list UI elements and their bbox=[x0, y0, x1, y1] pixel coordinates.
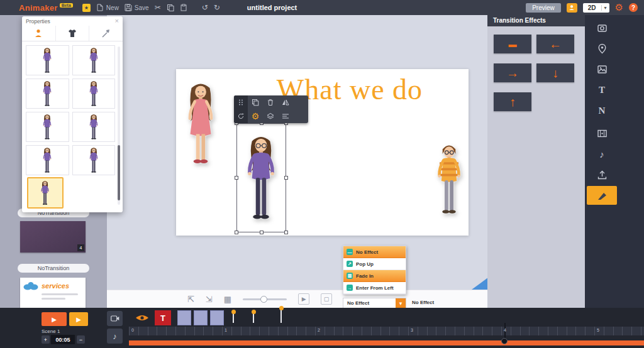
decrease-duration-button[interactable]: − bbox=[77, 335, 85, 344]
upgrade-icon[interactable]: ★ bbox=[82, 4, 91, 12]
image-icon[interactable] bbox=[587, 60, 617, 79]
flip-horizontal-icon[interactable] bbox=[278, 95, 293, 109]
video-clip-icon[interactable] bbox=[587, 124, 617, 143]
transition-left-button[interactable]: ← bbox=[536, 35, 574, 53]
pose-thumbnail[interactable] bbox=[72, 112, 116, 142]
number-tool-icon[interactable]: N bbox=[587, 102, 617, 120]
help-button[interactable]: ? bbox=[629, 3, 638, 12]
timeline-progress-bar[interactable] bbox=[129, 340, 644, 345]
visibility-eye-icon[interactable] bbox=[135, 313, 149, 322]
enter-effect-select[interactable]: No Effect ▾ bbox=[343, 298, 406, 308]
ruler-number: 5 bbox=[597, 328, 599, 332]
paste-icon[interactable] bbox=[180, 4, 187, 11]
increase-duration-button[interactable]: + bbox=[42, 335, 50, 344]
copy-object-icon[interactable] bbox=[248, 95, 263, 109]
transition-down-button[interactable]: ↓ bbox=[536, 63, 574, 82]
resize-handle[interactable] bbox=[235, 176, 238, 180]
tab-outfit[interactable] bbox=[55, 26, 89, 41]
grid-toggle-icon[interactable]: ▦ bbox=[224, 295, 231, 304]
pose-thumbnail[interactable] bbox=[72, 45, 116, 75]
pose-thumbnail[interactable] bbox=[72, 145, 116, 175]
mode-select[interactable]: 2D ▾ bbox=[583, 3, 609, 13]
timeline-asset-thumb[interactable] bbox=[210, 310, 224, 325]
resize-handle[interactable] bbox=[284, 231, 288, 234]
camera-icon[interactable] bbox=[587, 19, 617, 37]
transition-label[interactable]: NoTransition bbox=[18, 264, 89, 273]
playhead-knob[interactable] bbox=[501, 338, 508, 344]
timeline-marker-pin[interactable] bbox=[233, 313, 234, 323]
effect-option-enter-from-left[interactable]: → Enter From Left bbox=[343, 282, 406, 294]
resize-handle[interactable] bbox=[284, 176, 288, 180]
project-title[interactable]: untitled project bbox=[247, 4, 297, 11]
effect-option-no-effect[interactable]: — No Effect bbox=[343, 246, 406, 258]
resize-handle[interactable] bbox=[235, 231, 238, 234]
pose-thumbnail-selected[interactable] bbox=[27, 177, 64, 209]
pose-thumbnail[interactable] bbox=[72, 79, 116, 109]
cut-icon[interactable]: ✂ bbox=[155, 4, 161, 11]
rotate-icon[interactable] bbox=[234, 109, 248, 123]
play-scene-button[interactable]: ▶ bbox=[42, 312, 67, 326]
beta-badge: Beta bbox=[60, 3, 73, 8]
tab-character[interactable] bbox=[22, 26, 55, 41]
character-pink-dress-woman[interactable] bbox=[181, 73, 220, 177]
new-button[interactable]: New bbox=[96, 4, 119, 11]
preview-button[interactable]: Preview bbox=[526, 3, 561, 13]
scene-thumbnail[interactable]: 4 bbox=[20, 221, 86, 253]
pose-thumbnail[interactable] bbox=[26, 79, 69, 109]
effects-tool-selected[interactable] bbox=[587, 186, 617, 205]
scene-thumbnail[interactable]: services bbox=[20, 278, 86, 310]
fill-screen-icon[interactable]: ⇲ bbox=[206, 295, 213, 304]
redo-icon[interactable]: ↻ bbox=[214, 4, 220, 11]
zoom-slider-knob[interactable] bbox=[260, 296, 267, 303]
transition-right-button[interactable]: → bbox=[494, 63, 531, 82]
pose-thumbnail[interactable] bbox=[26, 45, 69, 75]
effect-option-fade-in[interactable]: ▥ Fade In bbox=[343, 270, 406, 282]
location-pin-icon[interactable] bbox=[587, 40, 617, 58]
resize-handle[interactable] bbox=[260, 231, 264, 234]
properties-scrollbar-thumb[interactable] bbox=[118, 145, 120, 200]
align-icon[interactable] bbox=[278, 109, 293, 123]
timeline-camera-icon[interactable] bbox=[107, 311, 123, 326]
effect-option-pop-up[interactable]: ↗ Pop Up bbox=[343, 258, 406, 270]
exit-effect-value[interactable]: No Effect bbox=[412, 300, 434, 305]
text-tool-icon[interactable]: T bbox=[587, 81, 617, 99]
fit-screen-icon[interactable]: ⇱ bbox=[187, 295, 194, 304]
effect-icon: → bbox=[347, 285, 353, 291]
timeline-text-item[interactable]: T bbox=[155, 310, 171, 325]
tab-action[interactable] bbox=[89, 26, 123, 41]
transition-up-button[interactable]: ↑ bbox=[494, 92, 531, 111]
object-settings-gear-icon[interactable]: ⚙ bbox=[248, 109, 263, 123]
save-button[interactable]: Save bbox=[125, 4, 149, 11]
fullscreen-icon[interactable]: ▢ bbox=[321, 293, 332, 305]
animaker-app: Animaker Beta ★ New Save ✂ ↺ ↻ untitled … bbox=[0, 0, 644, 348]
layers-icon[interactable] bbox=[263, 109, 278, 123]
timeline-marker-pin[interactable] bbox=[253, 313, 254, 323]
timeline-ruler bbox=[129, 327, 644, 335]
transition-none-button[interactable]: ▬ bbox=[494, 35, 531, 53]
timeline-marker-pin[interactable] bbox=[280, 309, 282, 323]
timeline-asset-thumb[interactable] bbox=[177, 310, 191, 325]
upload-icon[interactable] bbox=[587, 166, 617, 184]
selection-context-toolbar: ⚙ bbox=[234, 95, 308, 123]
copy-icon[interactable] bbox=[167, 4, 174, 11]
dropdown-caret-icon: ▾ bbox=[396, 298, 406, 308]
delete-icon[interactable] bbox=[263, 95, 278, 109]
timeline-music-icon[interactable]: ♪ bbox=[107, 329, 123, 344]
music-icon[interactable]: ♪ bbox=[587, 145, 617, 163]
new-file-icon bbox=[96, 4, 104, 11]
pose-thumbnail[interactable] bbox=[26, 112, 69, 142]
pose-thumbnail[interactable] bbox=[26, 145, 69, 175]
preview-play-button[interactable]: ▶ bbox=[298, 293, 309, 305]
selection-bounding-box[interactable] bbox=[236, 123, 286, 232]
close-icon[interactable]: × bbox=[115, 18, 119, 24]
account-icon[interactable] bbox=[567, 3, 577, 13]
timeline-asset-thumb[interactable] bbox=[194, 310, 208, 325]
drag-handle[interactable] bbox=[234, 95, 248, 109]
zoom-slider[interactable] bbox=[243, 298, 287, 300]
undo-icon[interactable]: ↺ bbox=[202, 4, 208, 11]
placeholder-text-line bbox=[42, 298, 65, 300]
play-all-button[interactable]: ▶ bbox=[69, 312, 88, 326]
scene-duration-value: 00:05 bbox=[51, 335, 75, 344]
character-yellow-shirt-man[interactable] bbox=[431, 133, 467, 229]
settings-gear-icon[interactable]: ⚙ bbox=[615, 2, 623, 13]
